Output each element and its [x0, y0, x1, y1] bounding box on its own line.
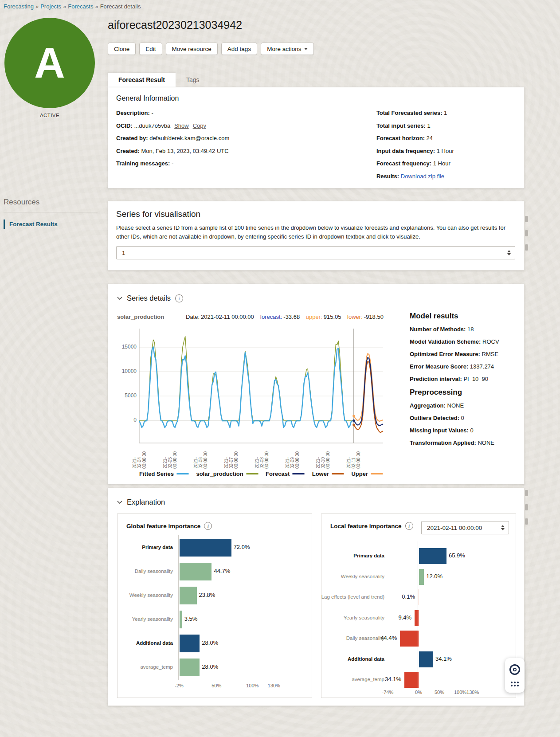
field-label: Results:	[376, 173, 399, 180]
info-field: Aggregation: NONE	[410, 402, 521, 409]
info-field: Forecast horizon: 24	[376, 135, 516, 141]
tab-forecast-result[interactable]: Forecast Result	[108, 73, 176, 87]
bar-value-label: 9.4%	[399, 614, 412, 621]
copy-link[interactable]: Copy	[193, 122, 206, 129]
series-selection-description: Please select a series ID from a sample …	[116, 223, 516, 241]
bar-value-label: 23.8%	[199, 592, 215, 598]
sidebar-divider	[4, 212, 98, 212]
status-badge: ACTIVE	[4, 113, 95, 118]
field-label: Forecast horizon:	[376, 135, 425, 141]
move-resource-button[interactable]: Move resource	[166, 43, 218, 55]
sidebar-heading: Resources	[4, 198, 98, 207]
info-field: Total Forecasted series: 1	[376, 110, 516, 116]
bar-negative	[400, 631, 419, 647]
breadcrumb-link[interactable]: Forecasts	[68, 3, 93, 10]
legend-label: solar_production	[196, 470, 243, 477]
field-value: NONE	[447, 402, 464, 409]
general-info-left: Description: -OCID: ...duuk7o5vbaShowCop…	[116, 110, 376, 185]
edit-button[interactable]: Edit	[139, 43, 162, 55]
bar-category-label: Yearly seasonality	[132, 616, 173, 622]
field-label: Optimized Error Measure:	[410, 351, 480, 357]
breadcrumb-link[interactable]: Forecasting	[4, 3, 34, 10]
bar-axis-tick: 50%	[435, 690, 444, 695]
field-value: PI_10_90	[463, 376, 488, 382]
info-field: Optimized Error Measure: RMSE	[410, 351, 521, 357]
model-results-heading: Model results	[410, 312, 521, 321]
legend-swatch	[176, 473, 189, 475]
bar-category-label: average_temp	[352, 677, 384, 682]
field-label: Created by:	[116, 135, 148, 141]
tab-tags[interactable]: Tags	[176, 73, 210, 87]
legend-item-forecast[interactable]: Forecast	[266, 470, 305, 477]
legend-label: Forecast	[266, 470, 290, 477]
field-label: Training messages:	[116, 160, 170, 167]
assistant-launcher[interactable]	[505, 658, 525, 693]
info-icon[interactable]	[204, 522, 212, 530]
clone-button[interactable]: Clone	[108, 43, 136, 55]
bar-category-label: Additional data	[348, 656, 384, 662]
chevron-down-icon[interactable]	[117, 501, 122, 504]
info-icon[interactable]	[405, 522, 413, 530]
breadcrumb-link[interactable]: Projects	[40, 3, 61, 10]
breadcrumb-separator: »	[35, 3, 39, 10]
bar-axis	[178, 535, 179, 680]
legend-item-fitted-series[interactable]: Fitted Series	[139, 470, 189, 477]
field-value: ROCV	[482, 338, 499, 345]
series-selection-panel: Series for visualisation Please select a…	[108, 201, 525, 270]
show-link[interactable]: Show	[174, 122, 189, 129]
x-axis-tick: 2021-02-1100:00:00	[342, 446, 365, 469]
bar-axis	[418, 541, 418, 688]
bar-positive	[419, 548, 446, 564]
legend-item-upper[interactable]: Upper	[351, 470, 383, 477]
series-selection-heading: Series for visualisation	[116, 209, 516, 219]
info-field: Total input series: 1	[376, 122, 516, 129]
bar-value-label: 3.5%	[184, 615, 198, 622]
scroll-handle-group[interactable]	[525, 216, 529, 259]
y-axis-tick: 10000	[116, 368, 137, 374]
legend-label: Lower	[312, 470, 329, 477]
field-label: Transformation Applied:	[410, 439, 476, 446]
info-field: Training messages: -	[116, 160, 376, 167]
local-date-select[interactable]: 2021-02-11 00:00:00	[421, 521, 509, 534]
avatar-letter: A	[34, 39, 65, 87]
general-info-panel: General Information Description: -OCID: …	[108, 87, 525, 188]
chart-legend: Fitted Seriessolar_productionForecastLow…	[139, 470, 383, 477]
bar-value-label: 0.1%	[402, 593, 415, 600]
field-value: 18	[467, 326, 474, 333]
tab-bar: Forecast ResultTags	[108, 73, 210, 87]
field-label: Description:	[116, 110, 150, 116]
stepper-icon[interactable]	[501, 525, 505, 530]
x-axis-tick: 2021-02-0800:00:00	[250, 446, 273, 469]
legend-swatch	[246, 473, 258, 475]
legend-item-lower[interactable]: Lower	[312, 470, 344, 477]
info-field: Forecast frequency: 1 Hour	[376, 160, 516, 167]
stepper-icon[interactable]	[507, 250, 511, 255]
more-actions-button[interactable]: More actions	[261, 43, 314, 55]
legend-item-solar_production[interactable]: solar_production	[196, 470, 258, 477]
bar-positive	[419, 569, 424, 585]
x-axis-tick: 2021-02-0600:00:00	[189, 446, 212, 469]
series-id-select[interactable]: 1	[116, 246, 515, 259]
download-link[interactable]: Download zip file	[401, 173, 444, 180]
bar-category-label: Primary data	[353, 553, 384, 558]
field-value: 1 Hour	[437, 148, 454, 154]
sidebar-item-forecast-results[interactable]: Forecast Results	[4, 220, 98, 229]
series-details-panel: Series details solar_production Date:202…	[108, 284, 525, 484]
add-tags-button[interactable]: Add tags	[221, 43, 257, 55]
page-title: aiforecast20230213034942	[108, 19, 242, 31]
explanation-heading: Explanation	[127, 498, 165, 506]
field-value: 24	[427, 135, 433, 141]
bar-value-label: 28.0%	[202, 639, 218, 646]
field-label: Aggregation:	[410, 402, 446, 409]
info-field: OCID: ...duuk7o5vbaShowCopy	[116, 122, 376, 129]
bar-axis-tick: -74%	[382, 690, 394, 695]
bar-category-label: Weekly seasonality	[129, 592, 173, 598]
field-value: -	[151, 110, 153, 116]
bar-value-label: 72.0%	[234, 544, 250, 550]
explanation-panel: Explanation Global feature importance Pr…	[108, 488, 525, 706]
bar-category-label: Additional data	[136, 640, 173, 646]
bar-positive	[180, 635, 200, 652]
page: Forecasting»Projects»Forecasts»Forecast …	[0, 0, 560, 737]
bar-value-label: 34.1%	[385, 676, 401, 682]
scroll-handle-group[interactable]	[525, 490, 529, 533]
